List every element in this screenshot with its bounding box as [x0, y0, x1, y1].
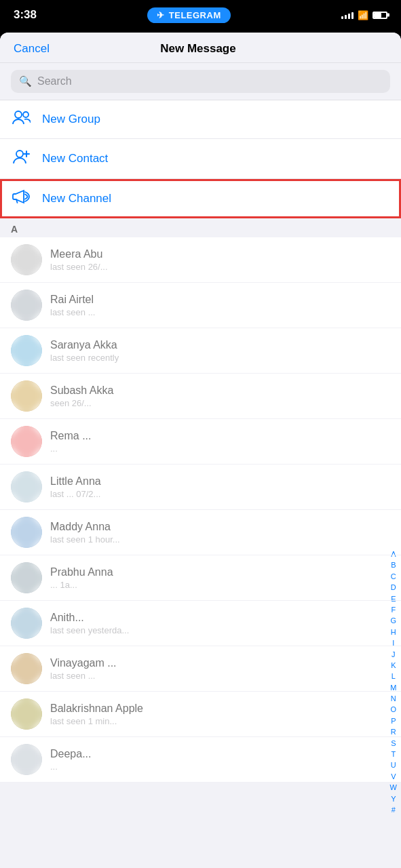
new-channel-item[interactable]: New Channel	[0, 179, 401, 218]
search-placeholder: Search	[37, 75, 72, 87]
search-bar[interactable]: 🔍 Search	[11, 70, 390, 93]
telegram-plane-icon: ✈	[157, 10, 165, 20]
contact-status: last seen ...	[50, 307, 390, 317]
alpha-W[interactable]: W	[389, 783, 398, 793]
avatar	[11, 244, 42, 275]
contact-name: Meera Abu	[50, 248, 390, 260]
cancel-button[interactable]: Cancel	[14, 42, 50, 56]
svg-point-2	[16, 151, 23, 157]
new-contact-item[interactable]: New Contact	[0, 139, 401, 179]
contact-status: last seen yesterda...	[50, 625, 390, 635]
contact-status: ... 1a...	[50, 580, 390, 590]
nav-bar: Cancel New Message	[0, 33, 401, 63]
contact-status: last seen ...	[50, 671, 390, 681]
contact-status: last seen 1 min...	[50, 716, 390, 726]
contact-status: last ... 07/2...	[50, 489, 390, 499]
contact-item[interactable]: Meera Abulast seen 26/...	[0, 237, 401, 283]
status-time: 3:38	[14, 8, 37, 22]
app-name-label: TELEGRAM	[169, 10, 221, 20]
contact-status: ...	[50, 762, 390, 772]
contact-name: Anith...	[50, 612, 390, 624]
alpha-Y[interactable]: Y	[389, 794, 397, 804]
svg-point-0	[15, 111, 22, 118]
new-group-item[interactable]: New Group	[0, 100, 401, 139]
group-icon	[11, 110, 31, 129]
megaphone-icon	[11, 189, 31, 209]
contact-status: seen 26/...	[50, 398, 390, 408]
new-channel-label: New Channel	[42, 192, 111, 205]
actions-section: New Group New Contact	[0, 100, 401, 218]
avatar	[11, 653, 42, 684]
avatar	[11, 471, 42, 502]
contacts-list: A B C D E F G H I J K L M N O P R S T U …	[0, 237, 401, 783]
avatar	[11, 290, 42, 321]
main-sheet: Cancel New Message 🔍 Search New Group	[0, 33, 401, 868]
add-person-icon	[11, 149, 31, 169]
avatar	[11, 562, 42, 593]
contact-status: ...	[50, 443, 390, 454]
contact-name: Prabhu Anna	[50, 566, 390, 578]
status-bar: 3:38 ✈ TELEGRAM 📶	[0, 0, 401, 30]
status-icons: 📶	[341, 10, 387, 20]
contact-name: Rai Airtel	[50, 294, 390, 306]
contact-name: Rema ...	[50, 430, 390, 442]
contacts-container: Meera Abulast seen 26/...Rai Airtellast …	[0, 237, 401, 783]
avatar	[11, 335, 42, 366]
telegram-badge: ✈ TELEGRAM	[147, 7, 230, 23]
avatar	[11, 380, 42, 412]
contact-name: Subash Akka	[50, 384, 390, 397]
contact-item[interactable]: Prabhu Anna... 1a...	[0, 555, 401, 601]
contact-name: Maddy Anna	[50, 521, 390, 533]
new-group-label: New Group	[42, 113, 100, 126]
battery-icon	[373, 12, 387, 19]
alpha-hash[interactable]: #	[390, 805, 397, 815]
avatar	[11, 426, 42, 457]
svg-point-1	[23, 112, 28, 117]
contact-item[interactable]: Anith...last seen yesterda...	[0, 601, 401, 646]
wifi-icon: 📶	[358, 10, 368, 20]
search-icon: 🔍	[19, 75, 32, 87]
avatar	[11, 744, 42, 775]
contact-status: last seen 26/...	[50, 262, 390, 272]
contact-item[interactable]: Saranya Akkalast seen recently	[0, 328, 401, 374]
contact-status: last seen recently	[50, 353, 390, 363]
page-title: New Message	[160, 42, 236, 56]
contact-item[interactable]: Balakrishnan Applelast seen 1 min...	[0, 692, 401, 737]
contact-name: Saranya Akka	[50, 339, 390, 351]
avatar	[11, 698, 42, 730]
contact-item[interactable]: Subash Akkaseen 26/...	[0, 374, 401, 419]
search-container: 🔍 Search	[0, 63, 401, 100]
contact-name: Vinayagam ...	[50, 657, 390, 669]
contact-item[interactable]: Rema ......	[0, 419, 401, 465]
contact-name: Balakrishnan Apple	[50, 703, 390, 715]
new-contact-label: New Contact	[42, 152, 108, 165]
contact-name: Little Anna	[50, 475, 390, 488]
section-header-a: A	[0, 218, 401, 237]
contact-item[interactable]: Maddy Annalast seen 1 hour...	[0, 510, 401, 555]
signal-icon	[341, 11, 354, 19]
contact-item[interactable]: Deepa......	[0, 737, 401, 783]
avatar	[11, 608, 42, 639]
contact-status: last seen 1 hour...	[50, 534, 390, 545]
contact-item[interactable]: Rai Airtellast seen ...	[0, 283, 401, 328]
contact-item[interactable]: Vinayagam ...last seen ...	[0, 646, 401, 692]
avatar	[11, 517, 42, 548]
contact-name: Deepa...	[50, 748, 390, 760]
contact-item[interactable]: Little Annalast ... 07/2...	[0, 465, 401, 510]
